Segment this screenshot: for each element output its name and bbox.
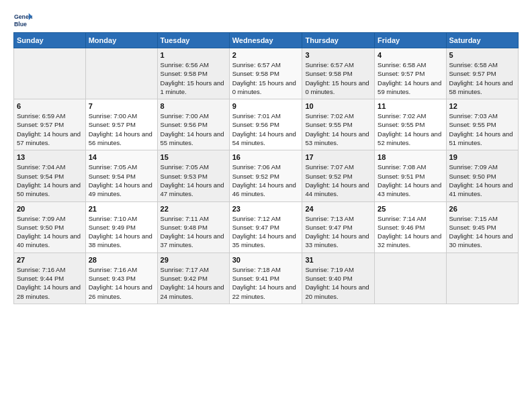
day-info: Sunrise: 6:58 AMSunset: 9:57 PMDaylight:… <box>449 60 515 96</box>
logo-icon: General Blue <box>13 11 32 30</box>
logo: General Blue <box>13 11 32 30</box>
day-number: 26 <box>449 205 515 213</box>
day-number: 27 <box>17 256 83 264</box>
weekday-header-wednesday: Wednesday <box>229 33 302 48</box>
day-info: Sunrise: 6:56 AMSunset: 9:58 PMDaylight:… <box>161 60 226 96</box>
calendar-cell: 19Sunrise: 7:09 AMSunset: 9:50 PMDayligh… <box>446 150 518 201</box>
day-info: Sunrise: 7:00 AMSunset: 9:56 PMDaylight:… <box>161 111 226 147</box>
day-info: Sunrise: 7:12 AMSunset: 9:47 PMDaylight:… <box>232 214 300 250</box>
calendar-cell <box>375 253 446 304</box>
day-number: 8 <box>161 102 226 110</box>
day-number: 2 <box>232 51 300 59</box>
day-number: 7 <box>89 102 154 110</box>
day-info: Sunrise: 7:06 AMSunset: 9:52 PMDaylight:… <box>232 163 300 198</box>
day-number: 4 <box>378 51 443 59</box>
calendar-cell: 3Sunrise: 6:57 AMSunset: 9:58 PMDaylight… <box>302 48 375 99</box>
calendar-cell: 20Sunrise: 7:09 AMSunset: 9:50 PMDayligh… <box>14 201 86 253</box>
weekday-header-friday: Friday <box>375 33 446 48</box>
calendar-cell: 17Sunrise: 7:07 AMSunset: 9:52 PMDayligh… <box>302 150 375 201</box>
calendar-cell: 11Sunrise: 7:02 AMSunset: 9:55 PMDayligh… <box>375 99 446 150</box>
day-number: 13 <box>17 153 83 161</box>
day-info: Sunrise: 7:01 AMSunset: 9:56 PMDaylight:… <box>232 111 300 147</box>
day-number: 23 <box>232 205 300 213</box>
day-number: 18 <box>378 153 443 161</box>
day-number: 30 <box>232 256 300 264</box>
calendar-cell: 8Sunrise: 7:00 AMSunset: 9:56 PMDaylight… <box>157 99 229 150</box>
calendar-cell: 1Sunrise: 6:56 AMSunset: 9:58 PMDaylight… <box>157 48 229 99</box>
calendar-cell: 23Sunrise: 7:12 AMSunset: 9:47 PMDayligh… <box>229 201 302 253</box>
weekday-header-tuesday: Tuesday <box>157 33 229 48</box>
calendar-cell: 7Sunrise: 7:00 AMSunset: 9:57 PMDaylight… <box>85 99 157 150</box>
day-info: Sunrise: 7:13 AMSunset: 9:47 PMDaylight:… <box>305 214 371 250</box>
day-info: Sunrise: 7:05 AMSunset: 9:53 PMDaylight:… <box>161 163 226 198</box>
day-number: 20 <box>17 205 83 213</box>
day-number: 28 <box>89 256 154 264</box>
day-number: 3 <box>305 51 371 59</box>
calendar-cell: 4Sunrise: 6:58 AMSunset: 9:57 PMDaylight… <box>375 48 446 99</box>
calendar-cell: 16Sunrise: 7:06 AMSunset: 9:52 PMDayligh… <box>229 150 302 201</box>
weekday-header-saturday: Saturday <box>446 33 518 48</box>
day-info: Sunrise: 7:10 AMSunset: 9:49 PMDaylight:… <box>89 214 154 250</box>
day-info: Sunrise: 6:57 AMSunset: 9:58 PMDaylight:… <box>232 60 300 96</box>
calendar-cell: 5Sunrise: 6:58 AMSunset: 9:57 PMDaylight… <box>446 48 518 99</box>
calendar-cell: 30Sunrise: 7:18 AMSunset: 9:41 PMDayligh… <box>229 253 302 304</box>
day-number: 10 <box>305 102 371 110</box>
day-number: 1 <box>161 51 226 59</box>
day-info: Sunrise: 7:07 AMSunset: 9:52 PMDaylight:… <box>305 163 371 198</box>
day-info: Sunrise: 6:57 AMSunset: 9:58 PMDaylight:… <box>305 60 371 96</box>
day-number: 31 <box>305 256 371 264</box>
day-number: 21 <box>89 205 154 213</box>
calendar-cell: 10Sunrise: 7:02 AMSunset: 9:55 PMDayligh… <box>302 99 375 150</box>
day-info: Sunrise: 7:11 AMSunset: 9:48 PMDaylight:… <box>161 214 226 250</box>
day-info: Sunrise: 7:02 AMSunset: 9:55 PMDaylight:… <box>305 111 371 147</box>
day-info: Sunrise: 7:18 AMSunset: 9:41 PMDaylight:… <box>232 265 300 301</box>
svg-text:Blue: Blue <box>14 21 27 28</box>
calendar-cell: 26Sunrise: 7:15 AMSunset: 9:45 PMDayligh… <box>446 201 518 253</box>
day-info: Sunrise: 7:15 AMSunset: 9:45 PMDaylight:… <box>449 214 515 250</box>
day-info: Sunrise: 7:14 AMSunset: 9:46 PMDaylight:… <box>378 214 443 250</box>
calendar-table: SundayMondayTuesdayWednesdayThursdayFrid… <box>13 32 519 304</box>
day-info: Sunrise: 7:08 AMSunset: 9:51 PMDaylight:… <box>378 163 443 198</box>
calendar-cell: 31Sunrise: 7:19 AMSunset: 9:40 PMDayligh… <box>302 253 375 304</box>
calendar-cell: 2Sunrise: 6:57 AMSunset: 9:58 PMDaylight… <box>229 48 302 99</box>
calendar-cell: 28Sunrise: 7:16 AMSunset: 9:43 PMDayligh… <box>85 253 157 304</box>
day-info: Sunrise: 7:09 AMSunset: 9:50 PMDaylight:… <box>449 163 515 198</box>
day-info: Sunrise: 7:16 AMSunset: 9:44 PMDaylight:… <box>17 265 83 301</box>
day-info: Sunrise: 7:03 AMSunset: 9:55 PMDaylight:… <box>449 111 515 147</box>
day-number: 24 <box>305 205 371 213</box>
calendar-cell: 12Sunrise: 7:03 AMSunset: 9:55 PMDayligh… <box>446 99 518 150</box>
day-number: 16 <box>232 153 300 161</box>
calendar-cell <box>85 48 157 99</box>
day-info: Sunrise: 7:02 AMSunset: 9:55 PMDaylight:… <box>378 111 443 147</box>
day-info: Sunrise: 7:19 AMSunset: 9:40 PMDaylight:… <box>305 265 371 301</box>
day-number: 9 <box>232 102 300 110</box>
calendar-cell <box>14 48 86 99</box>
day-number: 11 <box>378 102 443 110</box>
day-info: Sunrise: 7:04 AMSunset: 9:54 PMDaylight:… <box>17 163 83 198</box>
calendar-cell: 22Sunrise: 7:11 AMSunset: 9:48 PMDayligh… <box>157 201 229 253</box>
day-number: 15 <box>161 153 226 161</box>
day-info: Sunrise: 7:16 AMSunset: 9:43 PMDaylight:… <box>89 265 154 301</box>
weekday-header-monday: Monday <box>85 33 157 48</box>
calendar-cell <box>446 253 518 304</box>
day-info: Sunrise: 7:17 AMSunset: 9:42 PMDaylight:… <box>161 265 226 301</box>
calendar-cell: 21Sunrise: 7:10 AMSunset: 9:49 PMDayligh… <box>85 201 157 253</box>
calendar-cell: 27Sunrise: 7:16 AMSunset: 9:44 PMDayligh… <box>14 253 86 304</box>
weekday-header-sunday: Sunday <box>14 33 86 48</box>
day-number: 25 <box>378 205 443 213</box>
calendar-cell: 15Sunrise: 7:05 AMSunset: 9:53 PMDayligh… <box>157 150 229 201</box>
day-info: Sunrise: 7:00 AMSunset: 9:57 PMDaylight:… <box>89 111 154 147</box>
day-number: 19 <box>449 153 515 161</box>
day-number: 17 <box>305 153 371 161</box>
day-number: 12 <box>449 102 515 110</box>
calendar-cell: 6Sunrise: 6:59 AMSunset: 9:57 PMDaylight… <box>14 99 86 150</box>
calendar-cell: 24Sunrise: 7:13 AMSunset: 9:47 PMDayligh… <box>302 201 375 253</box>
day-info: Sunrise: 6:59 AMSunset: 9:57 PMDaylight:… <box>17 111 83 147</box>
day-number: 14 <box>89 153 154 161</box>
day-info: Sunrise: 7:05 AMSunset: 9:54 PMDaylight:… <box>89 163 154 198</box>
day-number: 6 <box>17 102 83 110</box>
calendar-cell: 29Sunrise: 7:17 AMSunset: 9:42 PMDayligh… <box>157 253 229 304</box>
calendar-cell: 25Sunrise: 7:14 AMSunset: 9:46 PMDayligh… <box>375 201 446 253</box>
calendar-cell: 9Sunrise: 7:01 AMSunset: 9:56 PMDaylight… <box>229 99 302 150</box>
day-number: 29 <box>161 256 226 264</box>
